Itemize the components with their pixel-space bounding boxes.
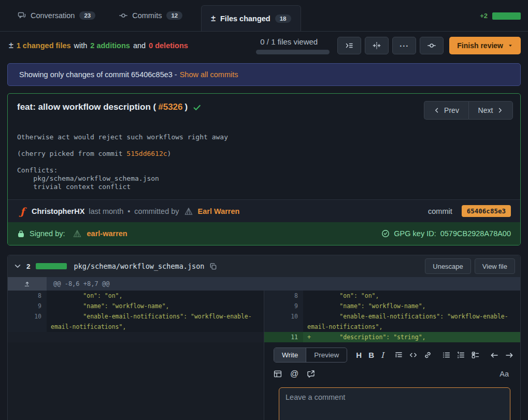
write-tab[interactable]: Write bbox=[274, 348, 306, 362]
numbered-list-icon[interactable] bbox=[457, 351, 465, 359]
dot-separator: • bbox=[127, 207, 130, 215]
inline-comment-editor: Write Preview H B I bbox=[264, 342, 520, 420]
copy-file-path-button[interactable] bbox=[209, 263, 217, 270]
line-number-old[interactable]: 9 bbox=[8, 301, 47, 311]
commit-body-line: Otherwise act would reject such workflow… bbox=[17, 133, 228, 141]
more-options-button[interactable]: ··· bbox=[392, 37, 416, 54]
quote-icon[interactable] bbox=[395, 351, 403, 359]
author-name-link[interactable]: ChristopherHX bbox=[32, 207, 84, 215]
collapse-file-button[interactable] bbox=[14, 263, 21, 270]
diff-file-box: 2 pkg/schema/workflow_schema.json Unesca… bbox=[7, 255, 521, 420]
gpg-key-id: 0579CB2928A78A00 bbox=[440, 229, 511, 238]
bullet-list-icon[interactable] bbox=[443, 351, 450, 359]
unescape-label: Unescape bbox=[433, 263, 463, 270]
line-number-new[interactable]: 9 bbox=[264, 301, 303, 311]
text-format-toggle[interactable]: Aa bbox=[500, 370, 510, 378]
line-number-new[interactable]: 8 bbox=[264, 291, 303, 301]
commit-box: feat: allow workflow description (#5326)… bbox=[7, 93, 521, 245]
code-line-old-empty bbox=[47, 332, 264, 342]
files-viewed-label: 0 / 1 files viewed bbox=[256, 37, 318, 46]
diff-line-row-added: 11 + "description": "string", bbox=[8, 332, 520, 342]
show-all-commits-link[interactable]: Show all commits bbox=[180, 70, 238, 79]
diffstat: +2 bbox=[480, 12, 521, 31]
tab-commits[interactable]: Commits 12 bbox=[114, 0, 188, 31]
changes-summary: ± 1 changed files with 2 additions and 0… bbox=[9, 41, 188, 50]
prev-commit-button[interactable]: Prev bbox=[424, 101, 468, 120]
line-number-new[interactable]: 10 bbox=[264, 311, 303, 332]
reference-icon[interactable] bbox=[307, 370, 315, 378]
gpg-key-info: GPG key ID: 0579CB2928A78A00 bbox=[381, 229, 511, 238]
file-actions: Unescape View file bbox=[425, 258, 515, 274]
link-icon[interactable] bbox=[424, 351, 432, 359]
caret-down-icon bbox=[508, 43, 513, 48]
task-list-icon[interactable] bbox=[472, 351, 479, 359]
finish-review-button[interactable]: Finish review bbox=[449, 37, 521, 54]
expand-hunk-button[interactable] bbox=[8, 277, 47, 291]
diff-icon: ± bbox=[211, 14, 216, 23]
author-avatar[interactable]: ƒ bbox=[17, 206, 27, 216]
chevron-down-icon bbox=[14, 263, 21, 270]
code-icon[interactable] bbox=[409, 351, 417, 359]
committed-by-label: committed by bbox=[134, 207, 179, 215]
line-number-old[interactable]: 8 bbox=[8, 291, 47, 301]
commit-navigation: Prev Next bbox=[424, 101, 513, 120]
file-tree-toggle-button[interactable] bbox=[337, 37, 361, 54]
pr-number-link[interactable]: #5326 bbox=[158, 101, 182, 113]
code-line-new: "on": "on", bbox=[303, 291, 520, 301]
signer-name-link[interactable]: earl-warren bbox=[87, 229, 127, 238]
additions-count: 2 additions bbox=[90, 41, 130, 50]
next-commit-button[interactable]: Next bbox=[468, 101, 513, 120]
file-name-link[interactable]: pkg/schema/workflow_schema.json bbox=[74, 262, 205, 270]
heading-icon[interactable]: H bbox=[356, 351, 362, 359]
cherry-pick-prefix: (cherry picked from commit bbox=[17, 150, 126, 157]
diff-file-header: 2 pkg/schema/workflow_schema.json Unesca… bbox=[8, 255, 520, 277]
cherry-pick-close: ) bbox=[167, 150, 172, 157]
tab-conversation-label: Conversation bbox=[31, 11, 75, 20]
editor-tabs-row: Write Preview H B I bbox=[274, 347, 510, 363]
bold-icon[interactable]: B bbox=[368, 351, 374, 359]
files-viewed: 0 / 1 files viewed bbox=[256, 37, 330, 54]
file-change-count: 2 bbox=[26, 263, 31, 270]
diffstat-bar bbox=[492, 12, 521, 20]
chevron-left-icon bbox=[434, 107, 440, 113]
unescape-button[interactable]: Unescape bbox=[425, 258, 471, 274]
commit-sha-badge[interactable]: 65406c85e3 bbox=[462, 205, 511, 217]
diff-actions: 0 / 1 files viewed ··· Finish review bbox=[256, 37, 521, 54]
indent-icon[interactable] bbox=[505, 351, 513, 359]
tab-conversation[interactable]: Conversation 23 bbox=[12, 0, 101, 31]
commit-time: last month bbox=[89, 207, 123, 215]
chevron-right-icon bbox=[497, 107, 503, 113]
select-commit-button[interactable] bbox=[420, 37, 444, 54]
commit-message-body: Otherwise act would reject such workflow… bbox=[8, 123, 520, 199]
commit-label: commit bbox=[428, 207, 452, 215]
tab-commits-label: Commits bbox=[132, 11, 162, 20]
comment-textarea[interactable] bbox=[279, 387, 510, 420]
commit-icon bbox=[119, 11, 127, 20]
committer-name-link[interactable]: Earl Warren bbox=[198, 207, 240, 215]
mention-icon[interactable]: @ bbox=[290, 369, 298, 379]
table-icon[interactable] bbox=[274, 370, 282, 378]
commit-header: feat: allow workflow description (#5326)… bbox=[8, 94, 520, 123]
changed-files-link[interactable]: 1 changed files bbox=[17, 41, 71, 50]
line-number-old[interactable]: 10 bbox=[8, 311, 47, 332]
code-line-old: "enable-email-notifications": "workflow-… bbox=[47, 311, 264, 332]
signed-by-label: Signed by: bbox=[30, 229, 65, 238]
code-line-added: + "description": "string", bbox=[303, 332, 520, 342]
split-view-toggle-button[interactable] bbox=[365, 37, 389, 54]
line-number-new[interactable]: 11 bbox=[264, 332, 303, 342]
tab-files-changed[interactable]: ± Files changed 18 bbox=[201, 5, 301, 31]
cherry-pick-sha-link[interactable]: 515dd6612c bbox=[126, 150, 167, 157]
italic-icon[interactable]: I bbox=[381, 351, 384, 360]
pull-request-files-changed-page: Conversation 23 Commits 12 ± Files chang… bbox=[0, 0, 528, 420]
committer-avatar[interactable] bbox=[183, 206, 194, 216]
preview-tab[interactable]: Preview bbox=[306, 348, 347, 362]
outdent-icon[interactable] bbox=[490, 351, 498, 359]
signer-avatar[interactable] bbox=[72, 228, 82, 239]
finish-review-label: Finish review bbox=[457, 41, 503, 50]
file-tree-icon bbox=[345, 41, 353, 50]
file-diffstat-bar bbox=[36, 263, 67, 269]
diff-line-row: 10 "enable-email-notifications": "workfl… bbox=[8, 311, 520, 332]
commits-count-badge: 12 bbox=[166, 11, 182, 20]
view-file-button[interactable]: View file bbox=[475, 258, 515, 274]
diff-line-row: 8 "on": "on", 8 "on": "on", bbox=[8, 291, 520, 301]
